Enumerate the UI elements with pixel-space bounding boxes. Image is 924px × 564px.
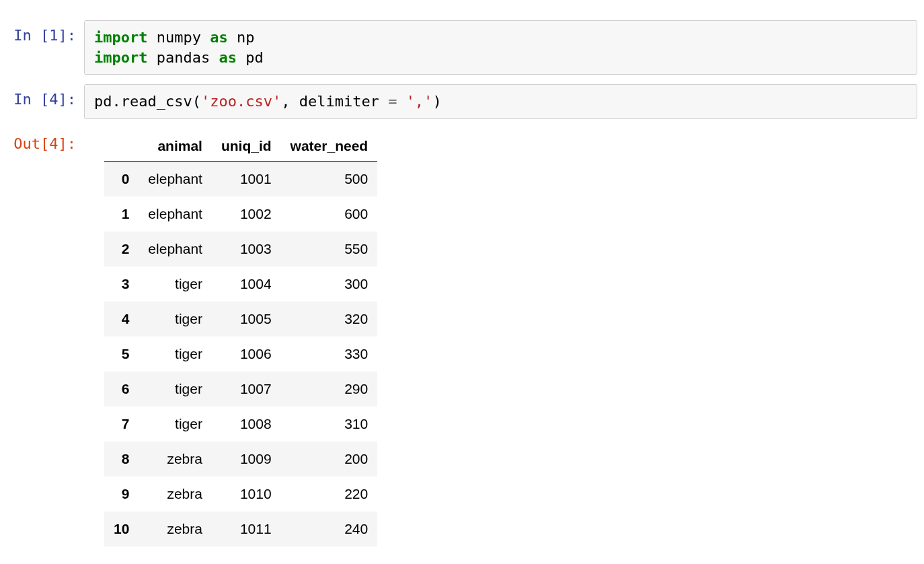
table-header: animal uniq_id water_need (104, 131, 377, 162)
cell-animal: tiger (139, 337, 212, 372)
row-index: 6 (104, 372, 139, 407)
string-literal: ',' (406, 93, 433, 110)
code-cell-1: In [1]: import numpy as np import pandas… (0, 20, 924, 75)
output-area: animal uniq_id water_need 0elephant10015… (84, 129, 917, 547)
cell-water_need: 600 (281, 197, 378, 232)
code-input[interactable]: pd.read_csv('zoo.csv', delimiter = ',') (84, 84, 917, 119)
cell-uniq_id: 1006 (212, 337, 281, 372)
cell-uniq_id: 1004 (212, 267, 281, 302)
cell-uniq_id: 1005 (212, 302, 281, 337)
cell-uniq_id: 1010 (212, 477, 281, 512)
table-row: 8zebra1009200 (104, 442, 377, 477)
cell-water_need: 320 (281, 302, 378, 337)
cell-uniq_id: 1002 (212, 197, 281, 232)
row-index: 4 (104, 302, 139, 337)
table-header-water-need: water_need (281, 131, 378, 162)
cell-uniq_id: 1001 (212, 162, 281, 197)
cell-animal: elephant (139, 197, 212, 232)
keyword-as: as (219, 49, 237, 66)
cell-water_need: 550 (281, 232, 378, 267)
cell-animal: tiger (139, 407, 212, 442)
row-index: 9 (104, 477, 139, 512)
alias-name: np (228, 29, 255, 46)
keyword-import: import (94, 49, 147, 66)
table-header-index (104, 131, 139, 162)
cell-animal: zebra (139, 477, 212, 512)
input-prompt: In [4]: (7, 84, 84, 108)
code-text (397, 93, 406, 110)
table-row: 0elephant1001500 (104, 162, 377, 197)
keyword-as: as (210, 29, 228, 46)
cell-water_need: 220 (281, 477, 378, 512)
cell-uniq_id: 1007 (212, 372, 281, 407)
row-index: 0 (104, 162, 139, 197)
cell-animal: elephant (139, 162, 212, 197)
cell-uniq_id: 1009 (212, 442, 281, 477)
output-cell: Out[4]: animal uniq_id water_need 0eleph… (0, 129, 924, 547)
cell-uniq_id: 1003 (212, 232, 281, 267)
output-prompt: Out[4]: (7, 129, 84, 152)
table-row: 7tiger1008310 (104, 407, 377, 442)
cell-water_need: 310 (281, 407, 378, 442)
cell-uniq_id: 1011 (212, 512, 281, 547)
cell-animal: tiger (139, 302, 212, 337)
cell-water_need: 240 (281, 512, 378, 547)
cell-animal: elephant (139, 232, 212, 267)
cell-animal: zebra (139, 442, 212, 477)
table-row: 5tiger1006330 (104, 337, 377, 372)
row-index: 10 (104, 512, 139, 547)
table-row: 6tiger1007290 (104, 372, 377, 407)
code-cell-2: In [4]: pd.read_csv('zoo.csv', delimiter… (0, 84, 924, 119)
table-row: 9zebra1010220 (104, 477, 377, 512)
module-name: pandas (147, 49, 219, 66)
cell-animal: tiger (139, 267, 212, 302)
row-index: 8 (104, 442, 139, 477)
code-input[interactable]: import numpy as np import pandas as pd (84, 20, 917, 75)
code-text: pd.read_csv( (94, 93, 201, 110)
cell-animal: zebra (139, 512, 212, 547)
operator: = (388, 93, 397, 110)
string-literal: 'zoo.csv' (201, 93, 281, 110)
table-row: 1elephant1002600 (104, 197, 377, 232)
table-body: 0elephant10015001elephant10026002elephan… (104, 162, 377, 547)
cell-water_need: 330 (281, 337, 378, 372)
table-row: 4tiger1005320 (104, 302, 377, 337)
table-row: 10zebra1011240 (104, 512, 377, 547)
table-header-animal: animal (139, 131, 212, 162)
input-prompt: In [1]: (7, 20, 84, 44)
row-index: 1 (104, 197, 139, 232)
cell-water_need: 200 (281, 442, 378, 477)
cell-animal: tiger (139, 372, 212, 407)
alias-name: pd (237, 49, 264, 66)
table-row: 3tiger1004300 (104, 267, 377, 302)
table-header-uniq-id: uniq_id (212, 131, 281, 162)
module-name: numpy (147, 29, 210, 46)
dataframe-table: animal uniq_id water_need 0elephant10015… (104, 131, 377, 547)
keyword-import: import (94, 29, 147, 46)
cell-uniq_id: 1008 (212, 407, 281, 442)
row-index: 2 (104, 232, 139, 267)
row-index: 3 (104, 267, 139, 302)
cell-water_need: 300 (281, 267, 378, 302)
code-text: ) (432, 93, 441, 110)
code-text: , delimiter (281, 93, 388, 110)
cell-water_need: 290 (281, 372, 378, 407)
row-index: 7 (104, 407, 139, 442)
table-row: 2elephant1003550 (104, 232, 377, 267)
row-index: 5 (104, 337, 139, 372)
cell-water_need: 500 (281, 162, 378, 197)
